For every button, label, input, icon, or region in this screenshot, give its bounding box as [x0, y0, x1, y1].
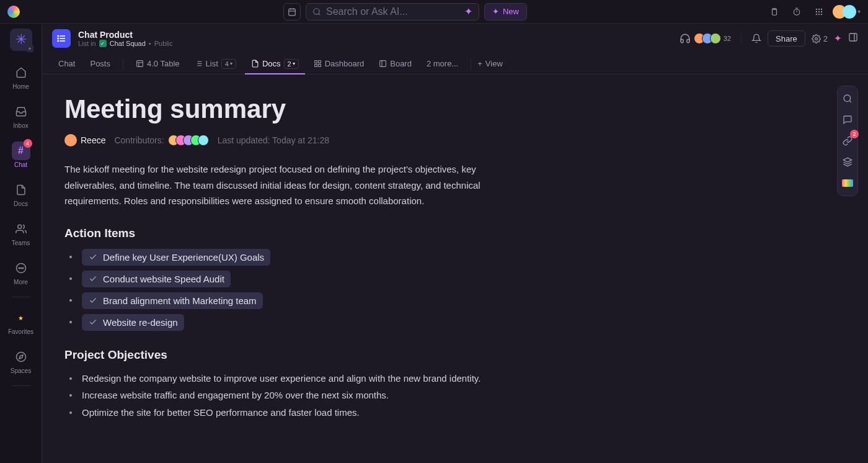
relations-button[interactable]: 2 — [839, 132, 856, 150]
svg-rect-44 — [314, 65, 317, 67]
new-button[interactable]: ✦ New — [484, 3, 527, 20]
svg-point-15 — [821, 11, 822, 12]
squad-chip-icon: ✓ — [99, 40, 107, 47]
action-items-heading[interactable]: Action Items — [64, 227, 846, 240]
ai-sparkle-button[interactable]: ✦ — [834, 33, 842, 44]
home-icon — [16, 67, 27, 78]
nav-favorites[interactable]: ★ Favorites — [2, 303, 40, 340]
divider — [12, 385, 30, 386]
nav-more[interactable]: More — [2, 254, 40, 290]
nav-docs[interactable]: Docs — [2, 176, 40, 212]
svg-point-32 — [815, 37, 817, 40]
svg-point-7 — [794, 9, 799, 14]
notifications-button[interactable] — [751, 34, 761, 43]
check-icon[interactable] — [88, 252, 98, 262]
avatar — [710, 33, 721, 44]
theme-button[interactable] — [839, 174, 856, 192]
right-rail: 2 — [837, 86, 858, 196]
divider — [741, 33, 742, 44]
objectives-heading[interactable]: Project Objectives — [64, 348, 846, 362]
dashboard-icon — [314, 60, 322, 68]
svg-marker-25 — [19, 355, 23, 359]
svg-rect-42 — [318, 61, 321, 63]
contributors[interactable]: Contributors: — [114, 135, 208, 146]
svg-point-4 — [314, 8, 319, 14]
workspace-switcher[interactable]: ✳ ▾ — [10, 29, 32, 51]
app-logo[interactable] — [7, 6, 20, 18]
breadcrumb-prefix: List in — [78, 40, 96, 47]
nav-label: Teams — [12, 240, 30, 246]
action-item[interactable]: Conduct website Speed Audit — [64, 271, 846, 287]
tab-more[interactable]: 2 more... — [420, 54, 464, 74]
nav-home[interactable]: Home — [2, 58, 40, 95]
ai-button[interactable] — [839, 153, 856, 171]
objective-item[interactable]: Optimize the site for better SEO perform… — [64, 405, 498, 421]
check-icon[interactable] — [88, 274, 98, 284]
nav-teams[interactable]: Teams — [2, 215, 40, 251]
tab-dashboard[interactable]: Dashboard — [308, 54, 371, 74]
svg-point-12 — [821, 8, 822, 9]
svg-point-29 — [58, 35, 58, 36]
author-name: Reece — [81, 135, 105, 145]
clipboard-button[interactable] — [766, 3, 783, 20]
action-label: Website re-design — [103, 317, 178, 328]
svg-point-24 — [16, 353, 25, 362]
nav-label: Inbox — [13, 122, 28, 129]
comments-button[interactable] — [839, 111, 856, 128]
calendar-button[interactable] — [283, 3, 301, 20]
bullet-icon — [69, 394, 72, 397]
check-icon[interactable] — [88, 317, 98, 327]
action-label: Conduct website Speed Audit — [103, 274, 224, 284]
chevron-down-icon: ▾ — [26, 45, 33, 52]
doc-icon — [16, 184, 27, 196]
breadcrumb[interactable]: List in ✓ Chat Squad • Public — [78, 40, 173, 47]
badge: 4 — [24, 139, 32, 148]
page-header: Chat Product List in ✓ Chat Squad • Publ… — [42, 24, 868, 53]
add-view-button[interactable]: + View — [477, 59, 503, 68]
search-in-doc-button[interactable] — [839, 90, 856, 107]
action-item[interactable]: Define key User Experience(UX) Goals — [64, 249, 846, 266]
timer-button[interactable] — [788, 3, 805, 20]
action-label: Define key User Experience(UX) Goals — [103, 252, 264, 263]
avatar — [843, 5, 856, 19]
tab-list[interactable]: List 4 ▾ — [188, 54, 242, 74]
tab-posts[interactable]: Posts — [84, 54, 117, 74]
tab-chat[interactable]: Chat — [52, 54, 81, 74]
action-item[interactable]: Brand alignment with Marketing team — [64, 292, 846, 309]
panel-toggle-button[interactable] — [848, 32, 858, 45]
tab-docs[interactable]: Docs 2 ▾ — [245, 54, 305, 74]
search-placeholder: Search or Ask AI... — [326, 6, 408, 17]
nav-spaces[interactable]: Spaces — [2, 343, 40, 379]
doc-title[interactable]: Meeting summary — [64, 94, 846, 124]
settings-button[interactable]: 2 — [812, 34, 828, 43]
check-icon[interactable] — [88, 295, 98, 305]
headphones-button[interactable] — [680, 33, 691, 44]
divider — [471, 58, 471, 70]
user-avatars[interactable]: ▾ — [833, 5, 861, 19]
objective-item[interactable]: Increase website traffic and engagement … — [64, 387, 498, 403]
inbox-icon — [16, 106, 27, 117]
nav-chat[interactable]: 4 # Chat — [2, 137, 40, 173]
search-input[interactable]: Search or Ask AI... ✦ — [306, 3, 479, 20]
list-icon[interactable] — [52, 29, 71, 48]
nav-label: Spaces — [11, 367, 31, 374]
nav-inbox[interactable]: Inbox — [2, 97, 40, 134]
action-item[interactable]: Website re-design — [64, 314, 846, 331]
apps-button[interactable] — [810, 3, 828, 20]
viewers-avatars[interactable]: 32 — [697, 33, 731, 44]
svg-rect-41 — [314, 61, 317, 63]
bullet-icon — [69, 377, 72, 380]
svg-rect-43 — [318, 65, 321, 67]
svg-point-11 — [818, 8, 820, 9]
doc-paragraph[interactable]: The kickoff meeting for the website rede… — [64, 161, 498, 209]
svg-line-5 — [319, 13, 321, 15]
svg-point-47 — [844, 95, 851, 102]
objective-item[interactable]: Redesign the company website to improve … — [64, 371, 498, 387]
tab-board[interactable]: Board — [373, 54, 418, 74]
doc-meta: Reece Contributors: Last updated: Today … — [64, 134, 846, 146]
share-button[interactable]: Share — [768, 30, 805, 47]
left-sidebar: ✳ ▾ Home Inbox 4 # Chat Docs Teams More … — [0, 24, 42, 463]
author-chip[interactable]: Reece — [64, 134, 105, 146]
new-button-label: New — [503, 7, 519, 16]
tab-table[interactable]: 4.0 Table — [130, 54, 186, 74]
